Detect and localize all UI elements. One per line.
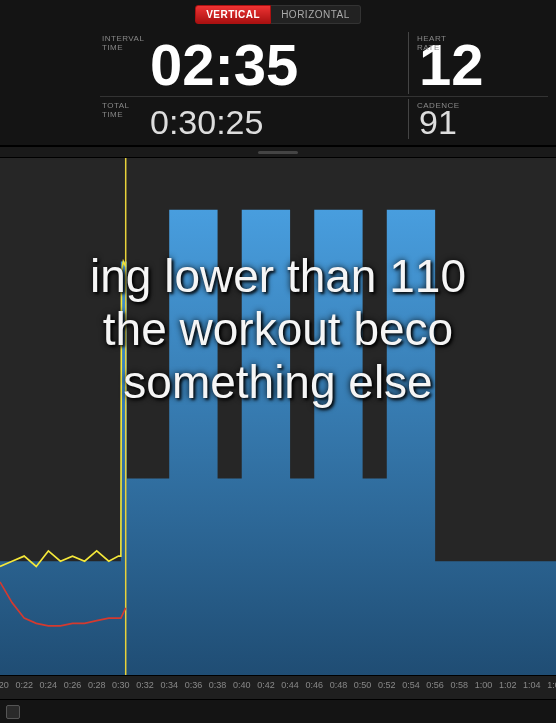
metric-label: HEARTRATE: [417, 34, 446, 52]
app-root: VERTICAL HORIZONTAL INTERVALTIME 02:35 H…: [0, 0, 556, 723]
axis-tick: 0:52: [378, 680, 396, 690]
series-power-actual: [0, 261, 126, 566]
axis-tick: 0:40: [233, 680, 251, 690]
axis-tick: 0:46: [305, 680, 323, 690]
axis-tick: 0:50: [354, 680, 372, 690]
axis-tick: 0:34: [160, 680, 178, 690]
panel-resize-handle[interactable]: [0, 147, 556, 157]
metric-interval-time: INTERVALTIME 02:35: [100, 32, 400, 94]
time-axis: 0:200:220:240:260:280:300:320:340:360:38…: [0, 675, 556, 699]
axis-tick: 0:44: [281, 680, 299, 690]
layout-toggle: VERTICAL HORIZONTAL: [0, 0, 556, 28]
layout-toggle-vertical[interactable]: VERTICAL: [195, 5, 271, 24]
metric-total-time: TOTALTIME 0:30:25: [100, 99, 400, 139]
grip-icon: [258, 151, 298, 154]
metric-cadence: CADENCE 91: [408, 99, 548, 139]
axis-tick: 0:54: [402, 680, 420, 690]
axis-tick: 1:02: [499, 680, 517, 690]
metric-label: INTERVALTIME: [102, 34, 144, 52]
axis-tick: 0:56: [426, 680, 444, 690]
metric-value: 0:30:25: [100, 99, 400, 139]
axis-tick: 0:30: [112, 680, 130, 690]
metric-label: TOTALTIME: [102, 101, 130, 119]
axis-tick: 1:04: [523, 680, 541, 690]
metric-heart-rate: HEARTRATE 12: [408, 32, 548, 94]
workout-chart[interactable]: [0, 157, 556, 675]
metrics-panel: INTERVALTIME 02:35 HEARTRATE 12 TOTALTIM…: [0, 28, 556, 147]
axis-tick: 0:26: [64, 680, 82, 690]
axis-tick: 0:58: [451, 680, 469, 690]
axis-tick: 0:28: [88, 680, 106, 690]
chart-svg: [0, 158, 556, 675]
metric-label: CADENCE: [417, 101, 460, 110]
axis-tick: 0:36: [185, 680, 203, 690]
axis-tick: 0:20: [0, 680, 9, 690]
axis-tick: 0:42: [257, 680, 275, 690]
axis-tick: 1:06: [547, 680, 556, 690]
toolbar-button[interactable]: [6, 705, 20, 719]
axis-tick: 1:00: [475, 680, 493, 690]
axis-tick: 0:22: [15, 680, 33, 690]
metric-value: 02:35: [100, 32, 400, 94]
axis-tick: 0:48: [330, 680, 348, 690]
bottom-toolbar: [0, 699, 556, 723]
axis-tick: 0:32: [136, 680, 154, 690]
metrics-divider: [100, 96, 548, 97]
layout-toggle-horizontal[interactable]: HORIZONTAL: [271, 5, 361, 24]
axis-tick: 0:24: [40, 680, 58, 690]
axis-tick: 0:38: [209, 680, 227, 690]
plan-profile: [0, 210, 556, 675]
